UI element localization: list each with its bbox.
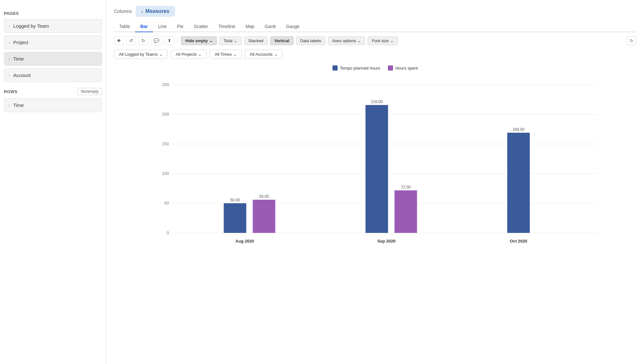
filter-teams-button[interactable]: All Logged by Teams ⌄ bbox=[114, 50, 168, 59]
columns-row: Columns › Measures bbox=[114, 6, 636, 17]
chevron-down-icon: ⌄ bbox=[159, 52, 163, 57]
data-labels-label: Data labels bbox=[300, 38, 321, 43]
measures-chip[interactable]: › Measures bbox=[136, 6, 175, 17]
hide-empty-button[interactable]: Hide empty ⌄ bbox=[181, 36, 217, 45]
total-label: Total bbox=[224, 38, 232, 43]
chevron-icon: › bbox=[9, 103, 10, 108]
chevron-down-icon: ⌄ bbox=[357, 38, 361, 43]
chevron-icon: › bbox=[9, 57, 10, 61]
sidebar-item-rows-time[interactable]: › Time bbox=[4, 98, 102, 112]
hide-empty-label: Hide empty bbox=[185, 38, 208, 43]
tab-line[interactable]: Line bbox=[153, 21, 172, 32]
font-size-label: Font size bbox=[372, 38, 389, 43]
comment-button[interactable]: 💬 bbox=[151, 36, 162, 45]
filters-row: All Logged by Teams ⌄ All Projects ⌄ All… bbox=[114, 50, 636, 59]
svg-text:216.00: 216.00 bbox=[371, 100, 383, 104]
tab-gantt[interactable]: Gantt bbox=[260, 21, 281, 32]
tab-timeline[interactable]: Timeline bbox=[213, 21, 240, 32]
stacked-label: Stacked bbox=[248, 38, 264, 43]
chevron-down-icon: ⌄ bbox=[209, 38, 213, 43]
filter-teams-label: All Logged by Teams bbox=[119, 52, 158, 57]
chevron-down-icon: ⌄ bbox=[390, 38, 394, 43]
crosshair-button[interactable]: ✚ bbox=[114, 36, 124, 45]
bar-oct-tempo bbox=[507, 133, 530, 233]
svg-text:72.00: 72.00 bbox=[401, 185, 410, 189]
sidebar-item-account[interactable]: › Account bbox=[4, 68, 102, 82]
refresh-button[interactable]: ↻ bbox=[627, 36, 636, 45]
filter-times-button[interactable]: All Times ⌄ bbox=[210, 50, 242, 59]
chevron-down-icon: ⌄ bbox=[234, 38, 237, 43]
chevron-down-icon: ⌄ bbox=[274, 52, 278, 57]
vertical-button[interactable]: Vertical bbox=[270, 36, 293, 45]
legend-item-hours: Hours spent bbox=[388, 65, 418, 71]
font-size-button[interactable]: Font size ⌄ bbox=[368, 36, 398, 45]
tab-map[interactable]: Map bbox=[240, 21, 259, 32]
legend-label-hours: Hours spent bbox=[395, 66, 418, 71]
pages-section-label: Pages bbox=[4, 11, 102, 16]
total-button[interactable]: Total ⌄ bbox=[219, 36, 241, 45]
toolbar-separator bbox=[178, 37, 178, 44]
svg-text:250: 250 bbox=[162, 82, 169, 87]
upload-button[interactable]: ⬆ bbox=[165, 36, 174, 45]
svg-text:Oct 2020: Oct 2020 bbox=[510, 239, 527, 244]
data-labels-button[interactable]: Data labels bbox=[296, 36, 325, 45]
main-content: Columns › Measures Table Bar Line Pie Sc… bbox=[106, 0, 644, 364]
sidebar-item-project[interactable]: › Project bbox=[4, 35, 102, 49]
svg-text:Aug 2020: Aug 2020 bbox=[235, 239, 254, 244]
sidebar-item-label: Account bbox=[13, 72, 31, 78]
toolbar: ✚ ↺ ↻ 💬 ⬆ Hide empty ⌄ Total ⌄ Stacked V… bbox=[114, 36, 636, 45]
svg-text:50.00: 50.00 bbox=[230, 198, 240, 202]
chevron-down-icon: ⌄ bbox=[198, 52, 202, 57]
legend-color-tempo bbox=[332, 65, 338, 71]
vertical-label: Vertical bbox=[274, 38, 289, 43]
chart-type-tabs: Table Bar Line Pie Scatter Timeline Map … bbox=[114, 21, 636, 32]
tab-pie[interactable]: Pie bbox=[172, 21, 188, 32]
columns-label: Columns bbox=[114, 9, 132, 14]
undo-button[interactable]: ↺ bbox=[126, 36, 136, 45]
bar-aug-hours bbox=[253, 200, 275, 233]
tab-bar[interactable]: Bar bbox=[135, 21, 153, 32]
axes-options-label: Axes options bbox=[332, 38, 356, 43]
svg-text:0: 0 bbox=[167, 230, 169, 235]
chevron-right-icon: › bbox=[141, 9, 143, 14]
legend-label-tempo: Tempo planned hours bbox=[340, 66, 380, 71]
sidebar: Pages › Logged by Team › Project › Time … bbox=[0, 0, 106, 364]
svg-text:169.00: 169.00 bbox=[513, 127, 524, 132]
sidebar-item-label: Project bbox=[13, 40, 28, 45]
legend-color-hours bbox=[388, 65, 393, 71]
svg-text:50: 50 bbox=[164, 201, 169, 206]
chevron-icon: › bbox=[9, 40, 10, 45]
filter-projects-button[interactable]: All Projects ⌄ bbox=[171, 50, 207, 59]
bar-aug-tempo bbox=[224, 203, 246, 233]
bar-sep-tempo bbox=[366, 105, 388, 233]
sidebar-item-label: Time bbox=[13, 102, 24, 108]
legend-item-tempo: Tempo planned hours bbox=[332, 65, 380, 71]
chevron-icon: › bbox=[9, 24, 10, 28]
sidebar-item-label: Logged by Team bbox=[13, 23, 49, 29]
sidebar-item-label: Time bbox=[13, 56, 24, 62]
tab-scatter[interactable]: Scatter bbox=[189, 21, 213, 32]
tab-table[interactable]: Table bbox=[114, 21, 135, 32]
filter-accounts-button[interactable]: All Accounts ⌄ bbox=[245, 50, 283, 59]
nonempty-button[interactable]: Nonempty bbox=[77, 88, 102, 95]
chart-legend: Tempo planned hours Hours spent bbox=[114, 65, 636, 71]
svg-text:100: 100 bbox=[162, 171, 169, 176]
measures-chip-label: Measures bbox=[146, 8, 169, 14]
rows-section-label: Rows bbox=[4, 89, 17, 94]
filter-accounts-label: All Accounts bbox=[250, 52, 273, 57]
redo-button[interactable]: ↻ bbox=[139, 36, 148, 45]
bar-sep-hours bbox=[395, 190, 417, 233]
chevron-icon: › bbox=[9, 73, 10, 78]
rows-section-header: Rows Nonempty bbox=[4, 88, 102, 95]
svg-text:150: 150 bbox=[162, 141, 169, 146]
sidebar-item-logged-by-team[interactable]: › Logged by Team bbox=[4, 19, 102, 33]
sidebar-item-time[interactable]: › Time bbox=[4, 52, 102, 66]
chart-area: 250 200 150 100 50 0 50.00 56.00 Aug 202… bbox=[114, 78, 636, 247]
svg-text:200: 200 bbox=[162, 112, 169, 117]
chevron-down-icon: ⌄ bbox=[233, 52, 237, 57]
axes-options-button[interactable]: Axes options ⌄ bbox=[328, 36, 365, 45]
stacked-button[interactable]: Stacked bbox=[244, 36, 268, 45]
tab-gauge[interactable]: Gauge bbox=[281, 21, 305, 32]
svg-text:Sep 2020: Sep 2020 bbox=[377, 239, 395, 244]
filter-projects-label: All Projects bbox=[176, 52, 197, 57]
